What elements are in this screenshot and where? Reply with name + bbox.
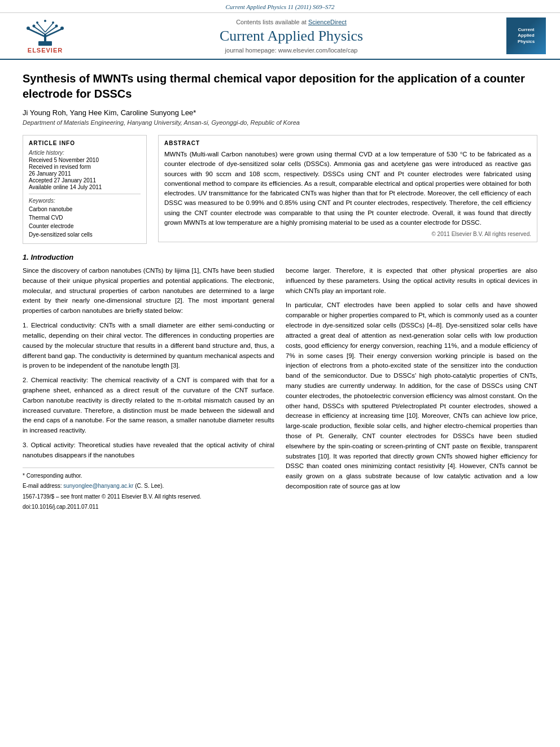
keywords-list: Carbon nanotube Thermal CVD Counter elec… <box>29 205 141 239</box>
logo-line-1: Current <box>518 27 535 33</box>
keyword-3: Counter electrode <box>29 222 141 230</box>
article-info-col: ARTICLE INFO Article history: Received 5… <box>23 135 147 244</box>
svg-point-11 <box>60 27 64 30</box>
accepted-date: Accepted 27 January 2011 <box>29 177 141 184</box>
svg-line-4 <box>37 23 45 32</box>
keyword-1: Carbon nanotube <box>29 205 141 213</box>
svg-point-14 <box>44 20 46 22</box>
journal-info-center: Contents lists available at ScienceDirec… <box>79 19 504 54</box>
article-info-abstract-row: ARTICLE INFO Article history: Received 5… <box>23 135 537 244</box>
history-label: Article history: <box>29 150 141 156</box>
email-address[interactable]: sunyonglee@hanyang.ac.kr <box>63 483 133 489</box>
body-para-r2: In particular, CNT electrodes have been … <box>286 300 537 491</box>
logo-line-3: Physics <box>518 39 535 45</box>
contents-line: Contents lists available at ScienceDirec… <box>79 19 504 25</box>
sciencedirect-link[interactable]: ScienceDirect <box>308 19 347 25</box>
body-para-3: 2. Chemical reactivity: The chemical rea… <box>23 375 274 436</box>
revised-date: 26 January 2011 <box>29 171 141 177</box>
svg-line-7 <box>45 23 53 32</box>
body-para-1: Since the discovery of carbon nanotubes … <box>23 266 274 316</box>
affiliation: Department of Materials Engineering, Han… <box>23 119 537 126</box>
body-col-right: become larger. Therefore, it is expected… <box>286 266 537 512</box>
journal-header: ELSEVIER Contents lists available at Sci… <box>0 13 560 60</box>
article-info-box: ARTICLE INFO Article history: Received 5… <box>23 135 147 244</box>
abstract-text: MWNTs (Multi-wall Carbon nanotubes) were… <box>164 150 531 228</box>
journal-title: Current Applied Physics <box>79 28 504 45</box>
elsevier-logo <box>17 19 73 47</box>
keyword-2: Thermal CVD <box>29 213 141 222</box>
logo-line-2: Applied <box>518 33 535 38</box>
citation-bar: Current Applied Physics 11 (2011) S69–S7… <box>0 0 560 13</box>
main-content: Synthesis of MWNTs using thermal chemica… <box>0 60 560 523</box>
svg-point-13 <box>52 21 54 24</box>
svg-point-12 <box>55 24 58 27</box>
citation-text: Current Applied Physics 11 (2011) S69–S7… <box>226 3 335 10</box>
divider <box>29 194 141 194</box>
section1-title: 1. Introduction <box>23 253 537 261</box>
svg-point-9 <box>33 24 36 27</box>
online-date: Available online 14 July 2011 <box>29 184 141 190</box>
issn-line: 1567-1739/$ – see front matter © 2011 El… <box>23 492 274 501</box>
body-para-4: 3. Optical activity: Theoretical studies… <box>23 440 274 461</box>
svg-point-8 <box>27 27 30 30</box>
journal-logo-right: Current Applied Physics <box>504 18 549 54</box>
body-para-2: 1. Electrical conductivity: CNTs with a … <box>23 321 274 371</box>
email-label: E-mail address: <box>23 483 62 489</box>
elsevier-label: ELSEVIER <box>28 47 63 54</box>
body-two-col: Since the discovery of carbon nanotubes … <box>23 266 537 512</box>
journal-logo-box: Current Applied Physics <box>506 18 546 54</box>
author-names: Ji Young Roh, Yang Hee Kim, Caroline Sun… <box>23 108 196 117</box>
article-info-heading: ARTICLE INFO <box>29 140 141 146</box>
copyright-line: © 2011 Elsevier B.V. All rights reserved… <box>164 231 531 237</box>
elsevier-logo-area: ELSEVIER <box>11 19 79 54</box>
body-col-left: Since the discovery of carbon nanotubes … <box>23 266 274 512</box>
keyword-4: Dye-sensitized solar cells <box>29 230 141 239</box>
footnote-corresponding: * Corresponding author. <box>23 471 274 480</box>
journal-homepage: journal homepage: www.elsevier.com/locat… <box>79 47 504 54</box>
footnote-area: * Corresponding author. E-mail address: … <box>23 468 274 512</box>
abstract-box: ABSTRACT MWNTs (Multi-wall Carbon nanotu… <box>158 135 537 242</box>
abstract-col: ABSTRACT MWNTs (Multi-wall Carbon nanotu… <box>158 135 537 244</box>
svg-point-10 <box>36 21 38 24</box>
doi-line: doi:10.1016/j.cap.2011.07.011 <box>23 503 274 512</box>
received-date: Received 5 November 2010 <box>29 157 141 163</box>
body-para-r1: become larger. Therefore, it is expected… <box>286 266 537 296</box>
abstract-heading: ABSTRACT <box>164 140 531 146</box>
revised-label: Received in revised form <box>29 164 141 170</box>
keywords-heading: Keywords: <box>29 198 141 204</box>
authors: Ji Young Roh, Yang Hee Kim, Caroline Sun… <box>23 108 537 117</box>
footnote-email: E-mail address: sunyonglee@hanyang.ac.kr… <box>23 482 274 491</box>
article-title: Synthesis of MWNTs using thermal chemica… <box>23 71 537 102</box>
email-suffix: (C. S. Lee). <box>135 483 164 489</box>
